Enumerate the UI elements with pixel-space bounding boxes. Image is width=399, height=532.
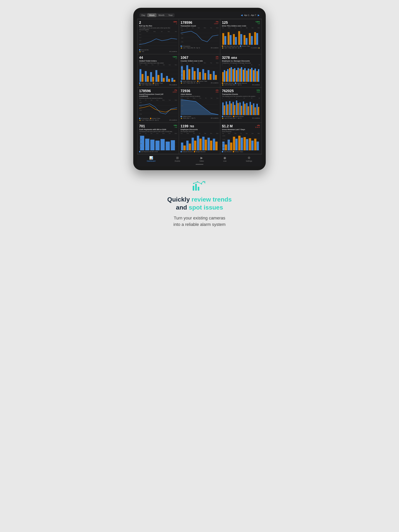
change-val: -12057 [213, 23, 219, 25]
svg-text:0.6: 0.6 [139, 43, 141, 44]
svg-text:220K: 220K [222, 139, 225, 140]
svg-rect-92 [233, 69, 234, 82]
widget-subtitle: Timbit orders that have been fully voide… [139, 62, 172, 64]
change-val: +25 [255, 23, 260, 25]
tab-month[interactable]: Month [156, 13, 166, 17]
widget-title: Alarm Motion [180, 93, 215, 95]
svg-text:1.0: 1.0 [139, 37, 141, 38]
svg-rect-106 [256, 71, 258, 82]
legend: Counter Orders over 4 min Previous 7 Day… [180, 81, 219, 82]
change-pct: -33% [173, 21, 177, 23]
widget-value: 44 [139, 56, 143, 60]
legend: All Transactions [180, 45, 219, 47]
events-icon: ⊞ [176, 156, 179, 160]
change-val: +48 [174, 126, 177, 128]
tab-year[interactable]: Year [166, 13, 174, 17]
dashboard-grid: 2 Roll Up the Rim This widget shows all … [137, 19, 262, 154]
svg-rect-91 [231, 67, 232, 82]
svg-rect-135 [229, 101, 231, 115]
svg-text:200: 200 [181, 76, 183, 78]
svg-rect-180 [197, 136, 199, 150]
svg-rect-27 [228, 32, 230, 45]
chart-area: 36K 33K 30K 27K [180, 29, 219, 45]
change-val: +7 [172, 58, 177, 60]
svg-rect-160 [150, 140, 154, 150]
dashboard-icon: 📊 [149, 156, 153, 160]
chart-area [222, 29, 260, 45]
svg-rect-32 [240, 34, 242, 45]
widget-subtitle: This widget shows all events with a Roll… [139, 27, 173, 31]
svg-rect-159 [145, 139, 149, 150]
legend: Voided Timbit Orders Previous 7 Days [139, 82, 177, 84]
svg-rect-201 [244, 137, 246, 150]
svg-rect-152 [258, 107, 259, 115]
widget-guest-transaction: 178596 Guest/Transaction Count (All Loca… [138, 88, 179, 122]
nav-video[interactable]: ▶ Video [200, 156, 204, 162]
prev-arrow[interactable]: ◀ [241, 14, 243, 17]
x-labels: JanMarMayJulSepNov [139, 31, 177, 32]
svg-rect-72 [204, 73, 206, 80]
svg-rect-199 [238, 136, 241, 150]
headline-teal2: spot issues [189, 204, 223, 211]
svg-text:0.8: 0.8 [139, 40, 141, 41]
change-val: -640 [215, 91, 219, 93]
legend: Cash Payments with $50 or $100 [139, 151, 177, 152]
chart-area [222, 66, 260, 82]
svg-rect-132 [224, 105, 225, 115]
chart-area: 140 120 100 80 [139, 135, 177, 150]
x-labels: ThuFriSatSunMonTueWed [139, 100, 177, 101]
widget-gross-revenue: $1.2 M Gross Revenue Last 7 Days Gross R… [220, 123, 261, 154]
svg-rect-54 [166, 76, 168, 82]
svg-rect-55 [168, 79, 170, 82]
svg-rect-104 [253, 70, 254, 82]
svg-rect-203 [249, 138, 251, 150]
nav-dashboard[interactable]: 📊 Dashboard [147, 156, 155, 162]
svg-rect-65 [186, 65, 188, 80]
svg-text:27K: 27K [181, 41, 183, 43]
x-labels: TueWedThuFriSatSunMon [222, 133, 260, 134]
svg-rect-149 [253, 103, 254, 115]
svg-rect-74 [210, 74, 212, 80]
tab-day[interactable]: Day [140, 13, 147, 17]
svg-text:27K: 27K [140, 114, 142, 115]
svg-rect-86 [222, 72, 224, 82]
change-pct: -1% [215, 89, 219, 91]
widget-title: Drive Thru Orders over 4 min [222, 25, 255, 27]
nav-live-label: Live [223, 160, 227, 162]
svg-rect-45 [142, 74, 144, 82]
widget-title: Roll Up the Rim [139, 25, 173, 27]
headline: Quickly review trends and spot issues [167, 196, 232, 212]
settings-icon: ⚙ [248, 156, 250, 160]
svg-rect-44 [140, 69, 142, 82]
legend: Gross Revenue Previous 7 Days [222, 151, 260, 152]
svg-rect-163 [166, 142, 170, 150]
tab-week[interactable]: Week [147, 13, 157, 17]
svg-rect-69 [197, 68, 199, 80]
svg-rect-64 [183, 70, 185, 80]
next-arrow[interactable]: ▶ [258, 14, 259, 17]
widget-subtitle: Comparison of Employee to Manager discou… [222, 62, 260, 64]
widget-footer: 🔒Year All Locations [139, 51, 177, 52]
change-pct: +0% [256, 89, 260, 91]
svg-rect-204 [251, 141, 254, 150]
nav-settings[interactable]: ⚙ Settings [246, 156, 252, 162]
widget-footer: 🔒Last 7 Days (Mar 28 - Apr 3) All Locati… [180, 47, 219, 49]
x-labels: 4914192429 [222, 98, 260, 99]
svg-rect-200 [241, 138, 243, 150]
chart-area: 500 400 300 200 [180, 64, 219, 80]
chart-area [180, 135, 219, 150]
svg-text:80: 80 [140, 147, 141, 148]
svg-rect-46 [145, 71, 147, 82]
nav-events[interactable]: ⊞ Events [175, 156, 180, 162]
date-nav: ◀ Apr 1 - Apr 7 ▶ [241, 14, 259, 17]
nav-live[interactable]: ◉ Live [223, 156, 227, 162]
live-icon: ◉ [224, 156, 226, 160]
svg-rect-67 [192, 67, 193, 80]
top-bar: Day Week Month Year ◀ Apr 1 - Apr 7 ▶ [137, 12, 262, 19]
chart-area: 30K 20K 10K 0 [180, 100, 219, 115]
widget-title: Transaction Events [222, 93, 256, 95]
svg-rect-206 [257, 142, 259, 150]
svg-rect-136 [231, 103, 232, 115]
headline-text2: and [176, 204, 189, 211]
svg-rect-49 [152, 77, 154, 82]
